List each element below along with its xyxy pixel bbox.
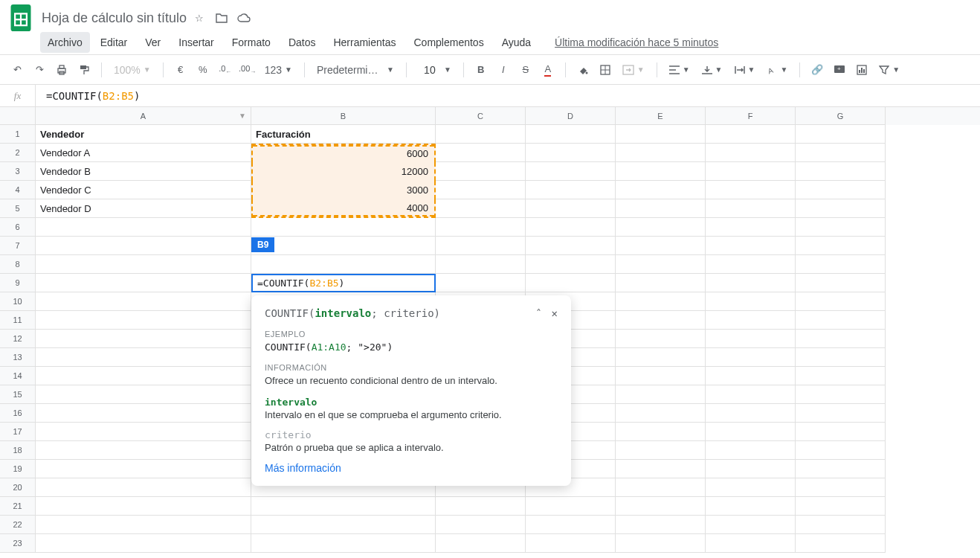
row-header[interactable]: 10	[0, 292, 36, 311]
font-size-select[interactable]: 10▼	[414, 64, 456, 76]
cell[interactable]	[36, 534, 251, 553]
collapse-help-icon[interactable]: ˄	[536, 307, 541, 319]
star-icon[interactable]: ☆	[193, 11, 206, 25]
menu-archivo[interactable]: Archivo	[40, 32, 90, 53]
cell[interactable]	[706, 311, 796, 330]
cell[interactable]	[36, 348, 251, 367]
cell[interactable]	[526, 534, 616, 553]
cell[interactable]	[706, 441, 796, 460]
cell[interactable]	[706, 516, 796, 534]
cell[interactable]	[706, 199, 796, 218]
cell[interactable]	[796, 423, 886, 441]
row-header[interactable]: 4	[0, 181, 36, 199]
chart-button[interactable]	[852, 60, 871, 80]
cell[interactable]	[251, 218, 436, 237]
zoom-select[interactable]: 100%▼	[109, 64, 155, 76]
row-header[interactable]: 21	[0, 497, 36, 516]
cell[interactable]	[616, 385, 706, 404]
cell[interactable]	[436, 274, 526, 292]
v-align-button[interactable]: ▼	[697, 65, 727, 74]
cell[interactable]	[526, 125, 616, 144]
cell[interactable]	[796, 497, 886, 516]
print-button[interactable]	[52, 60, 71, 80]
redo-button[interactable]: ↷	[30, 60, 49, 80]
cell[interactable]	[706, 460, 796, 478]
row-header[interactable]: 1	[0, 125, 36, 144]
cell[interactable]	[796, 237, 886, 255]
cell[interactable]: Vendedor A	[36, 144, 251, 162]
cell[interactable]	[36, 292, 251, 311]
cell[interactable]	[616, 218, 706, 237]
cell[interactable]	[616, 404, 706, 423]
row-header[interactable]: 22	[0, 516, 36, 534]
cell[interactable]	[796, 162, 886, 181]
cell[interactable]	[616, 348, 706, 367]
undo-button[interactable]: ↶	[7, 60, 27, 80]
cell[interactable]	[436, 218, 526, 237]
row-header[interactable]: 12	[0, 330, 36, 348]
cell[interactable]	[36, 441, 251, 460]
row-header[interactable]: 9	[0, 274, 36, 292]
cell[interactable]	[526, 497, 616, 516]
cell[interactable]	[436, 199, 526, 218]
cell[interactable]	[616, 516, 706, 534]
cell[interactable]	[251, 516, 436, 534]
row-header[interactable]: 7	[0, 237, 36, 255]
menu-editar[interactable]: Editar	[93, 32, 135, 53]
row-header[interactable]: 18	[0, 441, 36, 460]
cell[interactable]	[526, 516, 616, 534]
menu-formato[interactable]: Formato	[225, 32, 278, 53]
cell[interactable]	[706, 478, 796, 497]
cell[interactable]	[706, 237, 796, 255]
sheets-logo-icon[interactable]	[6, 3, 36, 33]
col-header-E[interactable]: E	[616, 107, 706, 125]
cell[interactable]	[36, 385, 251, 404]
cell[interactable]	[616, 441, 706, 460]
decrease-decimal-button[interactable]: .0←	[216, 60, 235, 80]
cell[interactable]	[616, 125, 706, 144]
cell[interactable]	[526, 199, 616, 218]
cell[interactable]	[796, 534, 886, 553]
cell[interactable]	[796, 367, 886, 385]
cell[interactable]	[436, 181, 526, 199]
cell[interactable]	[706, 534, 796, 553]
cell[interactable]	[706, 162, 796, 181]
cell[interactable]	[526, 181, 616, 199]
cell[interactable]: 3000	[251, 181, 436, 199]
more-info-link[interactable]: Más información	[265, 462, 558, 474]
cell[interactable]	[796, 385, 886, 404]
cell[interactable]	[706, 330, 796, 348]
borders-button[interactable]	[596, 60, 615, 80]
last-edit-link[interactable]: Última modificación hace 5 minutos	[555, 36, 718, 48]
row-header[interactable]: 20	[0, 478, 36, 497]
cell[interactable]	[36, 516, 251, 534]
col-header-G[interactable]: G	[796, 107, 886, 125]
cell[interactable]	[616, 311, 706, 330]
cell[interactable]	[796, 460, 886, 478]
row-header[interactable]: 11	[0, 311, 36, 330]
row-header[interactable]: 8	[0, 255, 36, 274]
cell[interactable]	[706, 255, 796, 274]
cell[interactable]	[796, 330, 886, 348]
document-title[interactable]: Hoja de cálculo sin título	[42, 10, 187, 26]
cell[interactable]	[616, 497, 706, 516]
merge-button[interactable]: ▼	[618, 65, 649, 75]
cell[interactable]	[436, 516, 526, 534]
cell[interactable]	[616, 162, 706, 181]
cell[interactable]	[706, 274, 796, 292]
cell[interactable]	[796, 274, 886, 292]
cell[interactable]	[36, 460, 251, 478]
cell[interactable]	[706, 404, 796, 423]
fill-color-button[interactable]	[573, 60, 593, 80]
row-header[interactable]: 23	[0, 534, 36, 553]
cell[interactable]	[796, 441, 886, 460]
row-header[interactable]: 19	[0, 460, 36, 478]
cell[interactable]: Vendedor C	[36, 181, 251, 199]
cell[interactable]	[36, 218, 251, 237]
menu-insertar[interactable]: Insertar	[171, 32, 221, 53]
cell[interactable]	[251, 255, 436, 274]
menu-ayuda[interactable]: Ayuda	[494, 32, 538, 53]
menu-complementos[interactable]: Complementos	[406, 32, 491, 53]
cell[interactable]	[36, 255, 251, 274]
cell[interactable]	[796, 478, 886, 497]
